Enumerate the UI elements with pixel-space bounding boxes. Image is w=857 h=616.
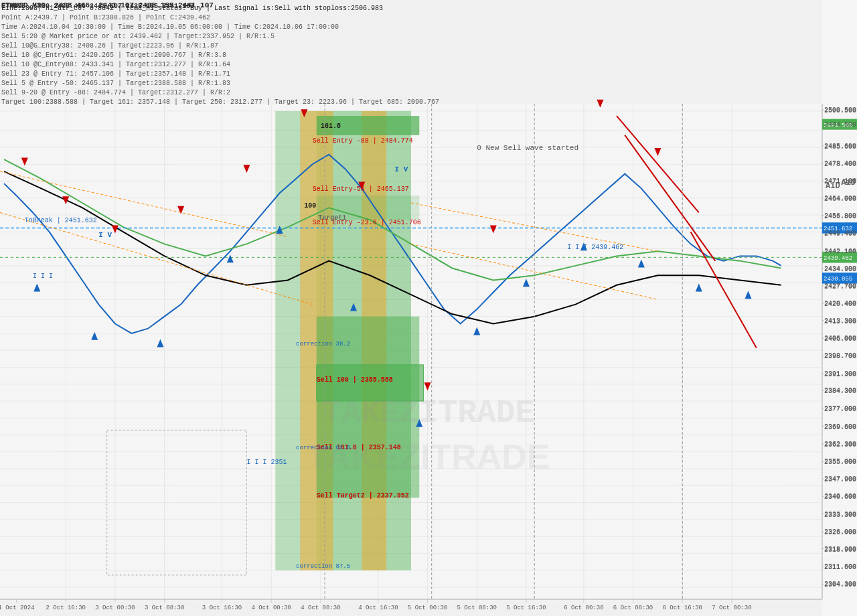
aid-label: AiD <box>841 178 856 187</box>
time-axis <box>0 589 824 603</box>
header-info: ETHUSD , M30 2438.466 2441.107 2435.155 … <box>1 1 194 11</box>
chart-container: ETHUSD , M30 2438.466 2441.107 2435.155 … <box>0 0 857 616</box>
symbol-line: ETHUSD , M30 2438.466 2441.107 2435.155 … <box>1 1 194 11</box>
chart-canvas <box>0 0 857 616</box>
